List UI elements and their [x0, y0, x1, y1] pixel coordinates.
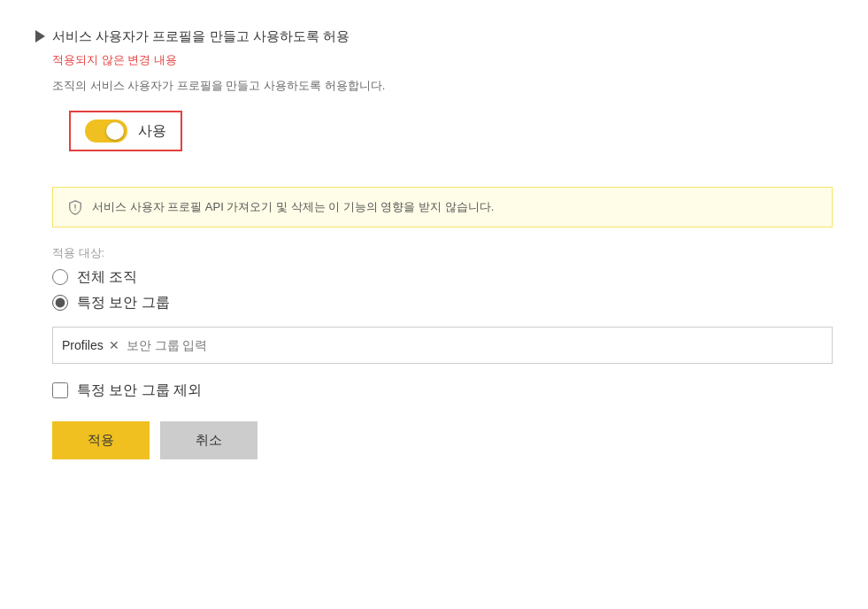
radio-specific-group-label: 특정 보안 그룹 — [77, 294, 170, 312]
exclude-checkbox[interactable] — [52, 382, 68, 398]
radio-specific-group[interactable]: 특정 보안 그룹 — [52, 294, 833, 312]
section-description: 조직의 서비스 사용자가 프로필을 만들고 사용하도록 허용합니다. — [52, 77, 833, 96]
toggle-track — [85, 119, 127, 143]
tag-close-button[interactable]: ✕ — [109, 339, 119, 351]
toggle-label: 사용 — [138, 122, 166, 141]
radio-all-org-input[interactable] — [52, 269, 68, 285]
exclude-label: 특정 보안 그룹 제외 — [77, 382, 202, 400]
apply-button[interactable]: 적용 — [52, 421, 150, 459]
svg-point-1 — [74, 209, 75, 210]
radio-all-org[interactable]: 전체 조직 — [52, 268, 833, 287]
toggle-container[interactable]: 사용 — [69, 111, 182, 151]
warning-box: 서비스 사용자 프로필 API 가져오기 및 삭제는 이 기능의 영향을 받지 … — [52, 187, 833, 227]
section-header: 서비스 사용자가 프로필을 만들고 사용하도록 허용 — [35, 27, 833, 47]
tag-label: Profiles — [62, 338, 104, 352]
tag-profiles: Profiles ✕ — [62, 338, 119, 352]
apply-target-label: 적용 대상: — [52, 245, 833, 261]
section-title: 서비스 사용자가 프로필을 만들고 사용하도록 허용 — [52, 27, 350, 47]
toggle-thumb — [106, 122, 124, 140]
radio-specific-group-input[interactable] — [52, 295, 68, 311]
unsaved-notice: 적용되지 않은 변경 내용 — [52, 52, 833, 68]
exclude-checkbox-row: 특정 보안 그룹 제외 — [52, 382, 833, 400]
shield-icon — [67, 199, 83, 215]
group-search-input[interactable] — [127, 338, 823, 352]
tag-input-container[interactable]: Profiles ✕ — [52, 327, 833, 364]
radio-all-org-label: 전체 조직 — [77, 268, 137, 287]
action-buttons: 적용 취소 — [52, 421, 833, 459]
cancel-button[interactable]: 취소 — [160, 421, 257, 459]
collapse-icon[interactable] — [35, 30, 45, 42]
warning-text: 서비스 사용자 프로필 API 가져오기 및 삭제는 이 기능의 영향을 받지 … — [92, 198, 494, 216]
radio-group: 전체 조직 특정 보안 그룹 — [52, 268, 833, 312]
toggle-switch[interactable] — [85, 119, 127, 143]
toggle-wrapper: 사용 — [52, 111, 833, 169]
